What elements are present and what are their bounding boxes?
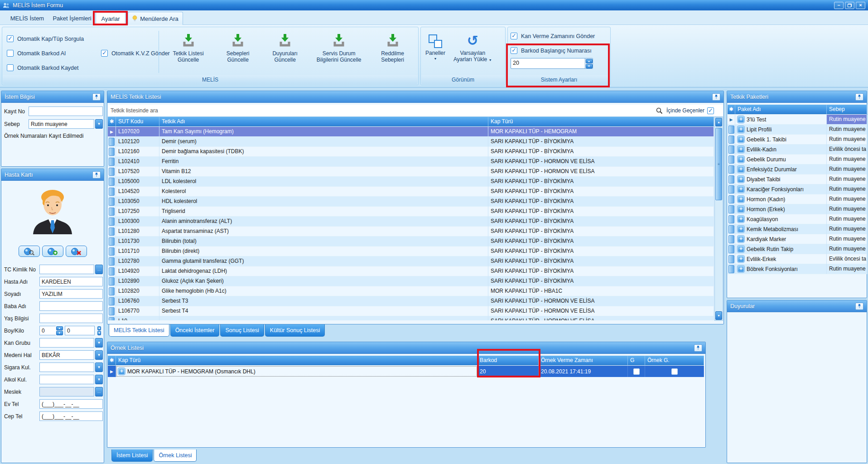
column-header-ornek-g[interactable]: Örnek G. [645, 356, 704, 365]
tab-rnek-listesi[interactable]: Örnek Listesi [154, 450, 197, 462]
search-icon[interactable] [656, 107, 663, 114]
yas-bilgisi-input[interactable] [39, 314, 103, 323]
tab-paket-islemleri[interactable]: Paket İşlemleri [48, 12, 96, 25]
package-row[interactable]: +KoagülasyonRutin muayene [728, 214, 867, 224]
tab-meli-s-tetkik-listesi[interactable]: MELİS Tetkik Listesi [109, 324, 169, 337]
pin-icon[interactable] [92, 171, 101, 179]
alkol-kul-input[interactable] [39, 375, 94, 384]
ellipsis-icon[interactable]: … [95, 387, 103, 396]
table-row[interactable]: L106770Serbest T4SARI KAPAKLI TÜP - HORM… [108, 306, 714, 316]
table-row[interactable]: L106760Serbest T3SARI KAPAKLI TÜP - HORM… [108, 296, 714, 306]
package-row[interactable]: +Kardiyak MarkerRutin muayene [728, 234, 867, 244]
ribbon-button-duyurular-g-ncelle[interactable]: Duyuruları Güncelle [261, 31, 309, 65]
table-row[interactable]: L101710Bilirubin (direkt)SARI KAPAKLI TÜ… [108, 246, 714, 256]
expand-plus-icon[interactable]: + [738, 236, 744, 242]
checkbox-kan-verme-zamani[interactable]: Kan Verme Zamanını Gönder [511, 33, 595, 39]
spin-down-icon[interactable]: ▼ [56, 331, 63, 335]
patient-search-button[interactable] [19, 246, 40, 257]
chevron-down-icon[interactable]: ▼ [95, 375, 103, 384]
table-row[interactable]: ▶L107020Tam Kan Sayımı (Hemogram)MOR KAP… [108, 127, 714, 137]
package-row[interactable]: +Lipit ProfiliRutin muayene [728, 125, 867, 135]
ribbon-button-reddilme-sebepleri[interactable]: Reddilme Sebepleri [369, 31, 416, 65]
tab-k-lt-r-sonu-listesi[interactable]: Kültür Sonuç Listesi [265, 324, 325, 337]
table-row[interactable]: L102160Demir bağlama kapasitesi (TDBK)SA… [108, 147, 714, 157]
baba-adi-input[interactable] [39, 301, 103, 311]
scrollbar-thumb[interactable]: ≡ [715, 128, 722, 200]
table-row[interactable]: L10SARI KAPAKLI TÜP - HORMON VE ELİSA [108, 316, 714, 320]
tab-ayarlar[interactable]: Ayarlar [96, 12, 125, 25]
pin-icon[interactable] [694, 344, 702, 352]
soyadi-input[interactable]: YAZILIM [39, 289, 103, 299]
tab-menulerde-ara[interactable]: Menülerde Ara [128, 12, 183, 25]
select-all-cell[interactable]: ✱ [728, 105, 735, 114]
table-row[interactable]: L102120Demir (serum)SARI KAPAKLI TÜP - B… [108, 137, 714, 147]
package-row[interactable]: +Gebelik DurumuRutin muayene [728, 155, 867, 164]
g-checkbox[interactable] [633, 368, 640, 375]
minimize-button[interactable]: – [834, 2, 844, 9]
column-header-sebep[interactable]: Sebep [827, 105, 867, 114]
package-row[interactable]: ▶+3'lü TestRutin muayene [728, 115, 867, 125]
checkbox-barkod-baslangic[interactable]: Barkod Başlangıç Numarası [511, 47, 592, 54]
table-row[interactable]: L104920Laktat dehidrogenaz (LDH)SARI KAP… [108, 266, 714, 276]
package-row[interactable]: +Hormon (Erkek)Rutin muayene [728, 204, 867, 214]
meslek-input[interactable] [39, 387, 94, 396]
tab-nceki-i-stemler[interactable]: Önceki İstemler [170, 324, 220, 337]
sigara-kul-input[interactable] [39, 362, 94, 372]
column-header-g[interactable]: G [628, 356, 645, 365]
spin-up-icon[interactable]: ▲ [56, 326, 63, 331]
table-row[interactable]: L101730Bilirubin (total)SARI KAPAKLI TÜP… [108, 237, 714, 246]
table-row[interactable]: L102780Gamma glutamil transferaz (GGT)SA… [108, 256, 714, 266]
checkbox-otomatik-barkod-al[interactable]: Otomatik Barkod Al [7, 50, 66, 57]
pin-icon[interactable] [712, 93, 720, 101]
table-row[interactable]: L102820Glike hemoglobin (Hb A1c)MOR KAPA… [108, 286, 714, 296]
tab-i-stem-listesi[interactable]: İstem Listesi [111, 450, 153, 462]
paneller-button[interactable]: Paneller ▼ [424, 32, 447, 65]
column-header-paket-adi[interactable]: Paket Adı [735, 105, 827, 114]
expand-plus-icon[interactable]: + [738, 166, 744, 173]
scroll-up-icon[interactable]: ▲ [715, 118, 722, 126]
column-header-barkod[interactable]: Barkod [477, 356, 539, 365]
pin-icon[interactable] [855, 93, 863, 101]
table-row[interactable]: L105000LDL kolesterolSARI KAPAKLI TÜP - … [108, 177, 714, 187]
package-row[interactable]: +Diyabet TakibiRutin muayene [728, 174, 867, 184]
expand-plus-icon[interactable]: + [738, 176, 744, 183]
kan-grubu-input[interactable] [39, 338, 94, 348]
restore-button[interactable] [845, 2, 854, 9]
package-row[interactable]: +Kemik MetabolizmasıRutin muayene [728, 224, 867, 234]
select-all-cell[interactable]: ✱ [108, 356, 116, 365]
package-row[interactable]: +Karaciğer FonksiyonlarıRutin muayene [728, 184, 867, 194]
spin-down-icon[interactable]: ▼ [586, 64, 593, 68]
tab-melis-istem[interactable]: MELİS İstem [6, 12, 48, 25]
select-all-cell[interactable]: ✱ [108, 117, 116, 126]
chevron-down-icon[interactable]: ▼ [95, 362, 103, 372]
tc-kimlik-no-input[interactable] [39, 265, 94, 274]
package-row[interactable]: +Evlilik-KadınEvlilik öncesi ta [728, 145, 867, 155]
chevron-down-icon[interactable]: ▼ [95, 338, 103, 348]
icinde-gecenler-checkbox[interactable] [707, 107, 714, 114]
ellipsis-icon[interactable]: … [95, 265, 103, 274]
expand-plus-icon[interactable]: + [738, 116, 744, 123]
table-row[interactable]: L101280Aspartat transaminaz (AST)SARI KA… [108, 227, 714, 237]
cep-tel-input[interactable]: (___)___-__-__ [39, 411, 103, 421]
table-row[interactable]: L102410FerritinSARI KAPAKLI TÜP - HORMON… [108, 157, 714, 167]
expand-plus-icon[interactable]: + [738, 156, 744, 163]
expand-plus-icon[interactable]: + [118, 368, 125, 375]
expand-plus-icon[interactable]: + [738, 206, 744, 213]
tetkik-scrollbar[interactable]: ▲ ≡ ▼ [714, 117, 723, 321]
package-row[interactable]: +Evlilik-ErkekEvlilik öncesi ta [728, 254, 867, 264]
column-header-ornek-verme-zamani[interactable]: Örnek Verme Zamanı [539, 356, 628, 365]
expand-plus-icon[interactable]: + [738, 136, 744, 143]
expand-plus-icon[interactable]: + [738, 226, 744, 232]
expand-plus-icon[interactable]: + [738, 146, 744, 153]
barkod-baslangic-input[interactable]: 20 ▲ ▼ [511, 58, 593, 69]
expand-plus-icon[interactable]: + [738, 126, 744, 133]
ribbon-button-sebepleri-g-ncelle[interactable]: Sebepleri Güncelle [215, 31, 261, 65]
expand-plus-icon[interactable]: + [738, 186, 744, 193]
chevron-down-icon[interactable]: ▼ [95, 119, 103, 129]
expand-plus-icon[interactable]: + [738, 196, 744, 203]
package-row[interactable]: +Enfeksiyöz DurumlarRutin muayene [728, 164, 867, 174]
pin-icon[interactable] [855, 303, 863, 310]
ribbon-button-tetkik-listesi-g-ncelle[interactable]: Tetkik Listesi Güncelle [162, 31, 215, 65]
column-header-tetkik-adi[interactable]: Tetkik Adı [159, 117, 488, 126]
expand-plus-icon[interactable]: + [738, 216, 744, 222]
